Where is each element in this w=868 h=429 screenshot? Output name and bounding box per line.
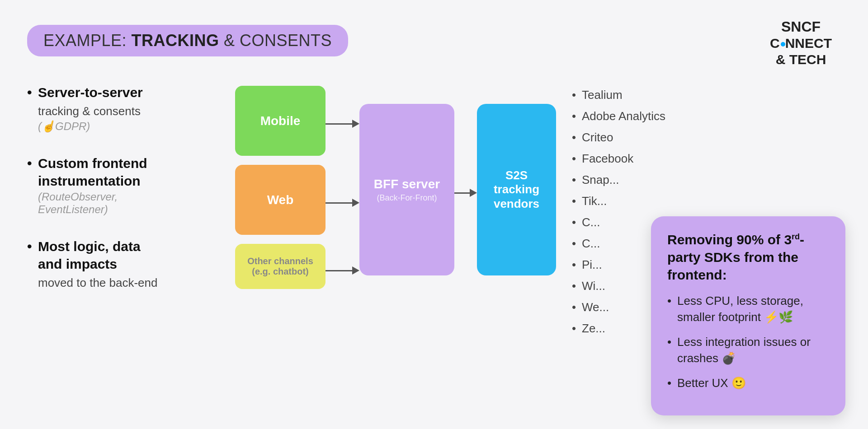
web-box: Web xyxy=(235,165,326,235)
vendor-facebook: Facebook xyxy=(572,152,671,166)
vendor-criteo: Criteo xyxy=(572,131,671,145)
title-badge: EXAMPLE: TRACKING & CONSENTS xyxy=(27,25,348,56)
vendor-tiktok: Tik... xyxy=(572,194,671,208)
sncf-line1: SNCF xyxy=(770,18,832,35)
bff-box: BFF server (Back-For-Front) xyxy=(359,104,454,275)
vendor-snap: Snap... xyxy=(572,173,671,187)
mobile-box: Mobile xyxy=(235,86,326,156)
arrow-mobile-bff xyxy=(326,120,359,128)
bullet-title-1: Server-to-server xyxy=(27,84,199,101)
bff-sub: (Back-For-Front) xyxy=(377,193,437,203)
bff-label: BFF server xyxy=(374,177,440,191)
architecture-diagram: Mobile Web Other channels (e.g. chatbot)… xyxy=(235,86,561,321)
bullet-sub-3: moved to the back-end xyxy=(27,275,199,291)
tooltip-item-3: Better UX 🙂 xyxy=(667,375,829,391)
title-prefix: EXAMPLE: xyxy=(43,31,132,50)
other-box: Other channels (e.g. chatbot) xyxy=(235,244,326,289)
tooltip-item-2: Less integration issues or crashes 💣 xyxy=(667,334,829,367)
bullet-section: Server-to-server tracking & consents (☝G… xyxy=(27,84,199,313)
vendor-tealium: Tealium xyxy=(572,88,671,102)
bullet-item-2: Custom frontendinstrumentation (RouteObs… xyxy=(27,154,199,216)
s2s-box: S2Strackingvendors xyxy=(477,104,556,275)
bullet-title-2: Custom frontendinstrumentation xyxy=(27,154,199,190)
s2s-label: S2Strackingvendors xyxy=(494,168,539,211)
bullet-italic-2: (RouteObserver,EventListener) xyxy=(27,191,199,216)
tooltip-list: Less CPU, less storage, smaller footprin… xyxy=(667,293,829,391)
sncf-line3: & TECH xyxy=(770,51,832,68)
tooltip-title: Removing 90% of 3rd-party SDKs from the … xyxy=(667,231,829,284)
sncf-line2: CNNECT xyxy=(770,35,832,51)
arrow-web-bff xyxy=(326,199,359,207)
bullet-item-1: Server-to-server tracking & consents (☝G… xyxy=(27,84,199,133)
bullet-item-3: Most logic, dataand impacts moved to the… xyxy=(27,238,199,291)
title-suffix: & CONSENTS xyxy=(219,31,332,50)
vendor-adobe: Adobe Analytics xyxy=(572,109,671,123)
tooltip-item-1: Less CPU, less storage, smaller footprin… xyxy=(667,293,829,326)
title-bold: TRACKING xyxy=(132,31,219,50)
bullet-sub-1: tracking & consents xyxy=(27,103,199,119)
sncf-logo: SNCF CNNECT & TECH xyxy=(770,18,832,68)
dot-blue xyxy=(781,42,785,47)
bullet-italic-1: (☝GDPR) xyxy=(27,120,199,133)
tooltip-popup: Removing 90% of 3rd-party SDKs from the … xyxy=(651,216,845,415)
arrow-bff-s2s xyxy=(454,189,477,197)
arrow-other-bff xyxy=(326,266,359,275)
bullet-title-3: Most logic, dataand impacts xyxy=(27,238,199,273)
